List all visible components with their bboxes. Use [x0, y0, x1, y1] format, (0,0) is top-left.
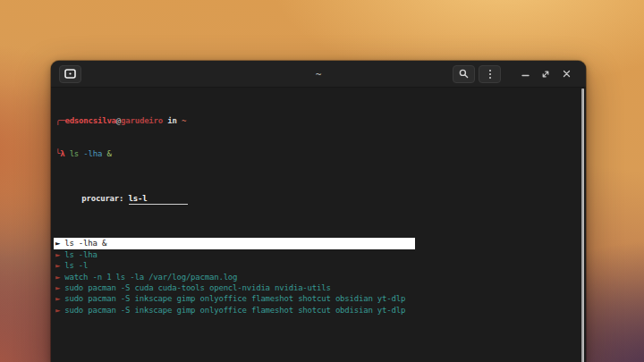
minimize-button[interactable]	[517, 66, 533, 82]
selection-arrow-icon: ►	[55, 305, 60, 316]
kebab-menu-icon	[489, 70, 491, 79]
minimize-icon	[521, 70, 530, 78]
history-item-text: watch -n 1 ls -la /var/log/pacman.log	[64, 272, 237, 282]
history-item[interactable]: ►watch -n 1 ls -la /var/log/pacman.log	[54, 272, 582, 282]
titlebar-right-controls	[453, 65, 578, 83]
selection-arrow-icon: ►	[55, 249, 60, 260]
prompt-line-1: ╭─edsoncsilva@garudeiro in ~	[54, 115, 582, 126]
commandline-operator: &	[102, 149, 111, 158]
titlebar[interactable]: ~	[51, 61, 586, 88]
history-item[interactable]: ►sudo pacman -S inkscape gimp onlyoffice…	[54, 293, 582, 304]
search-button[interactable]	[453, 65, 475, 83]
terminal-app-icon	[64, 69, 76, 79]
maximize-button[interactable]	[538, 66, 554, 82]
close-icon	[563, 70, 571, 78]
history-pager: ►ls -lha &►ls -lha►ls -l►watch -n 1 ls -…	[54, 238, 582, 316]
maximize-icon	[541, 70, 550, 79]
selection-arrow-icon: ►	[55, 260, 60, 271]
history-item-text: ls -lha &	[64, 238, 106, 248]
selection-arrow-icon: ►	[55, 282, 60, 293]
scrollbar[interactable]	[581, 88, 584, 362]
search-label: procurar:	[81, 194, 128, 203]
history-item-text: ls -l	[64, 260, 88, 271]
history-search-input[interactable]: ls-l	[129, 193, 189, 205]
prompt-username: edsoncsilva	[64, 116, 115, 125]
history-item[interactable]: ►sudo pacman -S cuda cuda-tools opencl-n…	[54, 282, 582, 293]
prompt-path: ~	[182, 116, 186, 125]
commandline-argument: -lha	[79, 149, 102, 158]
history-item[interactable]: ►sudo pacman -S inkscape gimp onlyoffice…	[54, 305, 582, 316]
history-search-line: procurar: ls-l	[54, 181, 582, 215]
history-item[interactable]: ►ls -lha &	[54, 238, 415, 248]
commandline-command: ls	[64, 149, 79, 158]
menu-button[interactable]	[479, 65, 501, 83]
terminal-content[interactable]: ╭─edsoncsilva@garudeiro in ~ ╰λ ls -lha …	[51, 88, 586, 362]
prompt-lambda: ╰λ	[55, 149, 64, 158]
prompt-line-2: ╰λ ls -lha &	[54, 148, 582, 159]
selection-arrow-icon: ►	[55, 293, 60, 304]
window-controls	[517, 66, 574, 82]
close-button[interactable]	[558, 66, 574, 82]
selection-arrow-icon: ►	[55, 272, 60, 282]
history-item-text: sudo pacman -S inkscape gimp onlyoffice …	[64, 293, 405, 304]
search-icon	[459, 69, 469, 79]
history-item-text: sudo pacman -S inkscape gimp onlyoffice …	[64, 305, 405, 316]
window-title: ~	[316, 68, 322, 80]
prompt-in-word: in	[163, 116, 182, 125]
prompt-hostname: garudeiro	[121, 116, 163, 125]
history-item[interactable]: ►ls -lha	[54, 249, 582, 260]
app-button[interactable]	[59, 65, 81, 83]
history-item-text: ls -lha	[64, 249, 97, 260]
prompt-frame-top: ╭─	[55, 116, 64, 125]
terminal-window: ~	[51, 61, 586, 362]
history-item[interactable]: ►ls -l	[54, 260, 582, 271]
history-item-text: sudo pacman -S cuda cuda-tools opencl-nv…	[64, 282, 330, 293]
selection-arrow-icon: ►	[55, 238, 60, 248]
